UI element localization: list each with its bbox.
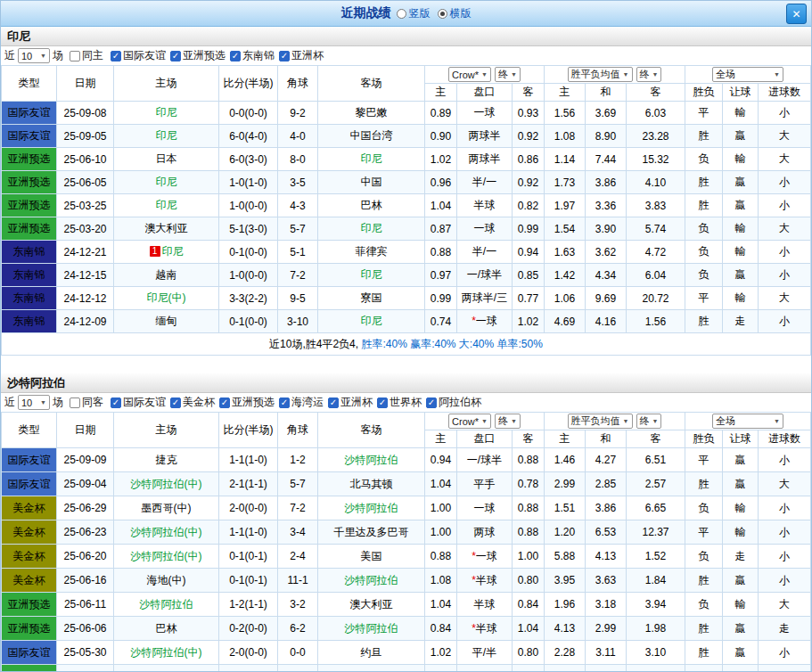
wdl-result-cell: 胜 (685, 472, 723, 496)
same-venue-filter[interactable]: 同客 (70, 395, 103, 410)
away-gives-star: * (472, 622, 476, 635)
ah-final-select[interactable]: 终 ▼ (495, 414, 521, 429)
odds-final-select[interactable]: 终 ▼ (636, 414, 662, 429)
league-filter[interactable]: ✓阿拉伯杯 (426, 395, 481, 410)
corner-cell: 9-2 (278, 102, 318, 125)
home-win-odds-cell: 1.20 (545, 520, 586, 545)
away-team-name: 寮国 (361, 291, 382, 304)
ah-final-select[interactable]: 终 ▼ (495, 67, 521, 82)
league-filter[interactable]: ✓亚洲杯 (328, 395, 373, 410)
subcol-odd-home: 主 (545, 430, 586, 448)
league-filter[interactable]: ✓国际友谊 (111, 48, 166, 63)
same-venue-filter[interactable]: 同主 (70, 48, 103, 63)
league-filter[interactable]: ✓国际友谊 (111, 395, 166, 410)
odds-final-select[interactable]: 终 ▼ (636, 67, 662, 82)
match-row: 东南锦24-12-211印尼0-1(0-0)5-1菲律宾0.88半/一0.941… (2, 241, 811, 264)
team-section: 沙特阿拉伯 近 10 ▼ 场 同客 ✓国际友谊✓美金杯✓亚洲预选✓海湾运✓亚洲杯… (1, 373, 811, 672)
score-cell: 1-0(0-0) (219, 264, 278, 287)
match-count-select[interactable]: 10 ▼ (18, 395, 50, 410)
ah-away-odds-cell: 1.04 (513, 617, 545, 641)
goals-result-cell: 走 (759, 617, 811, 641)
match-type-cell: 东南锦 (2, 264, 57, 287)
col-header-type: 类型 (2, 413, 57, 448)
corner-cell: 3-4 (278, 520, 318, 545)
matches-label: 场 (53, 395, 63, 410)
away-team-name: 美国 (361, 550, 382, 562)
chevron-down-icon: ▼ (623, 71, 629, 78)
bookmaker-select[interactable]: Crow* ▼ (448, 67, 491, 82)
ah-away-odds-cell: 1.00 (513, 545, 545, 569)
date-cell: 25-06-05 (57, 171, 114, 194)
summary-cell: 近10场,胜4平2负4, 胜率:40% 赢率:40% 大:40% 单率:50% (2, 333, 811, 356)
date-cell: 25-09-09 (57, 448, 114, 472)
date-cell: 25-06-20 (57, 545, 114, 569)
home-win-odds-cell: 1.45 (545, 665, 586, 672)
near-label: 近 (4, 48, 15, 63)
home-team-name: 越南 (156, 268, 177, 281)
league-filter[interactable]: ✓亚洲杯 (279, 48, 324, 63)
league-filter[interactable]: ✓海湾运 (279, 395, 324, 410)
away-win-odds-cell: 4.10 (627, 171, 685, 194)
filter-row: 近 10 ▼ 场 同主 ✓国际友谊✓亚洲预选✓东南锦✓亚洲杯 (1, 46, 811, 65)
wdl-result-cell: 负 (685, 148, 723, 171)
team-name: 印尼 (7, 29, 30, 45)
odds-average-select[interactable]: 胜平负均值 ▼ (568, 67, 633, 82)
ah-away-odds-cell: 0.88 (513, 496, 545, 520)
match-scope-select[interactable]: 全场 ▼ (712, 414, 783, 429)
close-button[interactable]: ✕ (786, 4, 807, 24)
odds-average-select[interactable]: 胜平负均值 ▼ (568, 414, 633, 429)
date-cell: 25-05-30 (57, 641, 114, 665)
bookmaker-select[interactable]: Crow* ▼ (448, 414, 491, 429)
ah-away-odds-cell: 0.85 (513, 264, 545, 287)
match-type-cell: 美金杯 (2, 520, 57, 545)
home-win-odds-cell: 2.99 (545, 472, 586, 496)
date-cell: 25-06-23 (57, 520, 114, 545)
handicap-result-cell: 輸 (723, 102, 759, 125)
league-filter[interactable]: ✓亚洲预选 (170, 48, 226, 63)
match-type-cell: 国际友谊 (2, 472, 57, 496)
ah-line-cell: 一球 (457, 496, 513, 520)
subcol-ah-away: 客 (513, 84, 545, 102)
league-filter[interactable]: ✓东南锦 (230, 48, 275, 63)
date-cell: 25-03-25 (57, 194, 114, 217)
score-cell: 2-1(1-1) (219, 472, 278, 496)
score-cell: 0-1(0-0) (219, 310, 278, 333)
match-scope-select[interactable]: 全场 ▼ (712, 67, 783, 82)
corner-cell: 3-2 (278, 593, 318, 617)
subcol-wdl: 胜负 (685, 430, 723, 448)
close-icon: ✕ (791, 8, 800, 20)
col-header-corner: 角球 (278, 413, 318, 448)
home-team-cell: 印尼(中) (114, 287, 219, 310)
score-cell: 0-1(0-1) (219, 545, 278, 569)
wdl-result-cell: 胜 (685, 569, 723, 593)
subcol-handicap: 让球 (723, 84, 759, 102)
away-win-odds-cell: 4.72 (627, 241, 685, 264)
home-team-name: 巴林 (156, 622, 177, 635)
league-filter[interactable]: ✓美金杯 (170, 395, 215, 410)
corner-cell: 0-0 (278, 641, 318, 665)
handicap-result-cell: 贏 (723, 569, 759, 593)
match-row: 东南锦24-12-12印尼(中)3-3(2-2)9-5寮国0.99两球半/三0.… (2, 287, 811, 310)
wdl-result-cell: 负 (685, 264, 723, 287)
match-type-cell: 美金杯 (2, 569, 57, 593)
red-card-badge: 1 (150, 246, 160, 257)
handicap-result-cell: 贏 (723, 171, 759, 194)
league-filter[interactable]: ✓亚洲预选 (219, 395, 275, 410)
away-win-odds-cell: 6.51 (627, 448, 685, 472)
match-row: 美金杯25-06-20沙特阿拉伯(中)0-1(0-1)2-4美国0.88*一球1… (2, 545, 811, 569)
view-option-vertical[interactable]: 竖版 (397, 6, 431, 21)
score-cell: 2-0(0-0) (219, 496, 278, 520)
league-filter-label: 亚洲预选 (232, 395, 275, 410)
corner-cell: 9-0 (278, 665, 318, 672)
wdl-result-cell: 胜 (685, 194, 723, 217)
ah-away-odds-cell: 0.77 (513, 287, 545, 310)
away-team-cell: 沙特阿拉伯 (318, 569, 425, 593)
away-team-cell: 巴林 (318, 194, 425, 217)
view-option-horizontal[interactable]: 横版 (438, 6, 472, 21)
col-header-date: 日期 (57, 66, 114, 102)
col-header-score: 比分(半场) (219, 66, 278, 102)
league-filter[interactable]: ✓世界杯 (377, 395, 422, 410)
match-count-select[interactable]: 10 ▼ (18, 48, 50, 63)
home-win-odds-cell: 1.96 (545, 593, 586, 617)
subcol-ah-away: 客 (513, 430, 545, 448)
